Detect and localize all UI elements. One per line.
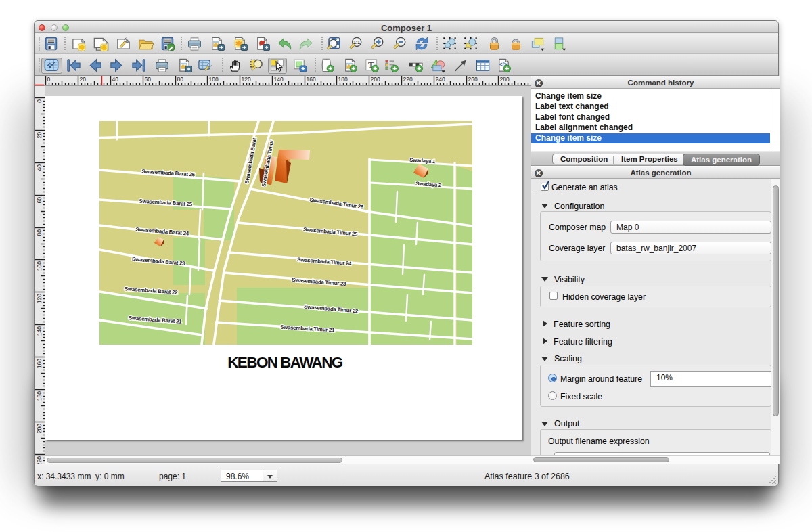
svg-text:80: 80: [177, 76, 184, 83]
svg-text:0: 0: [36, 99, 43, 103]
svg-text:160: 160: [36, 359, 43, 368]
svg-text:260: 260: [468, 76, 478, 83]
svg-text:200: 200: [371, 76, 380, 83]
svg-text:40: 40: [112, 76, 119, 83]
svg-text:160: 160: [307, 76, 316, 83]
svg-text:120: 120: [242, 76, 251, 83]
svg-text:280: 280: [500, 76, 510, 83]
svg-text:220: 220: [36, 456, 43, 464]
svg-text:180: 180: [36, 391, 43, 401]
svg-text:0: 0: [47, 76, 51, 83]
svg-text:60: 60: [36, 197, 43, 204]
svg-text:120: 120: [36, 294, 43, 303]
svg-text:240: 240: [436, 76, 445, 83]
svg-text:220: 220: [403, 76, 413, 83]
svg-text:200: 200: [36, 424, 43, 433]
svg-text:80: 80: [36, 229, 43, 236]
svg-text:60: 60: [145, 76, 152, 83]
svg-text:1:1: 1:1: [353, 39, 360, 44]
svg-text:20: 20: [80, 76, 87, 83]
svg-text:140: 140: [36, 326, 43, 336]
svg-text:100: 100: [209, 76, 219, 83]
svg-text:20: 20: [36, 132, 43, 139]
svg-text:140: 140: [274, 76, 284, 83]
svg-text:100: 100: [36, 261, 43, 271]
svg-text:180: 180: [338, 76, 348, 83]
svg-text:40: 40: [36, 164, 43, 171]
